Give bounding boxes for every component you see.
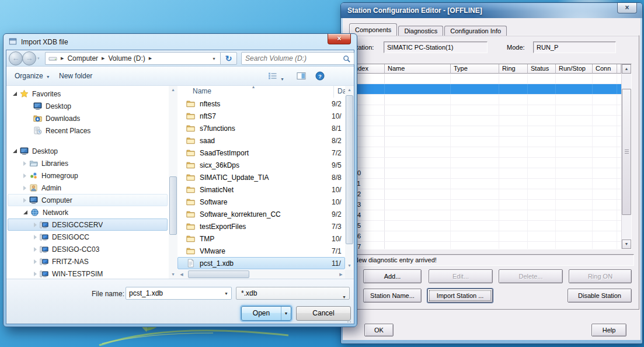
table-row[interactable]: 4 <box>350 105 621 116</box>
views-button[interactable]: ▼ <box>268 71 284 82</box>
organize-button[interactable]: Organize▼ <box>15 72 50 80</box>
sidebar-scrollbar[interactable]: ▲ ▼ <box>169 86 177 279</box>
table-row[interactable]: 14 <box>350 210 621 221</box>
table-row[interactable]: 12 <box>350 189 621 200</box>
chevron-down-icon[interactable]: ▼ <box>224 292 228 296</box>
expanded-expander-icon[interactable] <box>13 149 17 153</box>
table-row[interactable]: 6 <box>350 126 621 137</box>
collapsed-expander-icon[interactable] <box>34 272 37 276</box>
table-row[interactable]: 5 <box>350 116 621 126</box>
sidebar-item-downloads[interactable]: Downloads <box>8 112 168 124</box>
open-button[interactable]: Open ▼ <box>241 306 291 321</box>
file-row-software-korrekturen-cc[interactable]: Software_korrekturen_CC9/2 <box>177 208 345 220</box>
file-row-vmware[interactable]: VMware7/1 <box>177 245 345 257</box>
table-row[interactable]: 11 <box>350 179 621 189</box>
name-column-header[interactable]: Name▴ <box>177 86 334 98</box>
dialog-close-button[interactable]: × <box>328 34 351 44</box>
add-button[interactable]: Add... <box>363 269 422 283</box>
table-row[interactable]: 7 <box>350 137 621 147</box>
file-row-pcst-1-xdb[interactable]: pcst_1.xdb11/ <box>177 257 345 269</box>
table-row[interactable]: 3 <box>350 95 621 105</box>
table-row[interactable]: 1 <box>350 74 621 84</box>
scroll-right-icon[interactable]: ▶ <box>337 270 345 278</box>
table-row[interactable]: 13 <box>350 200 621 210</box>
sidebar-item-desigocc[interactable]: DESIGOCC <box>8 231 168 243</box>
sidebar-item-fritz-nas[interactable]: FRITZ-NAS <box>8 255 168 268</box>
file-row-software[interactable]: Software10/ <box>177 196 345 208</box>
breadcrumb-item-volume-d[interactable]: Volume (D:) <box>108 54 145 63</box>
collapsed-expander-icon[interactable] <box>23 186 26 190</box>
sidebar-scroll-thumb[interactable] <box>169 176 177 235</box>
sidebar-item-desigo-cc03[interactable]: DESIGO-CC03 <box>8 243 168 255</box>
table-row[interactable]: 9 <box>350 158 621 168</box>
help-button[interactable]: Help <box>591 324 626 336</box>
preview-pane-button[interactable] <box>297 71 306 82</box>
column-header-type[interactable]: Type <box>451 64 499 74</box>
file-list-horizontal-scrollbar[interactable]: ◀ ▶ <box>177 270 345 279</box>
import-station-button[interactable]: Import Station ... <box>427 289 493 303</box>
hscroll-thumb[interactable] <box>188 270 249 278</box>
sidebar-item-network[interactable]: Network <box>8 206 168 218</box>
collapsed-expander-icon[interactable] <box>23 173 26 178</box>
forward-button[interactable]: → <box>22 51 36 65</box>
chevron-down-icon[interactable]: ▼ <box>212 57 220 61</box>
sidebar-item-favorites[interactable]: Favorites <box>8 88 168 100</box>
ok-button[interactable]: OK <box>364 324 394 336</box>
table-scroll-thumb[interactable] <box>622 89 631 215</box>
edit-button[interactable]: Edit... <box>429 269 493 283</box>
file-name-input[interactable] <box>129 288 217 299</box>
table-row[interactable]: 8 <box>350 147 621 158</box>
collapsed-expander-icon[interactable] <box>34 259 37 264</box>
column-header-status[interactable]: Status <box>528 64 556 74</box>
sidebar-item-homegroup[interactable]: Homegroup <box>8 169 168 182</box>
collapsed-expander-icon[interactable] <box>34 247 37 252</box>
scroll-down-icon[interactable]: ▼ <box>346 262 353 270</box>
help-button-toolbar[interactable]: ? <box>315 71 325 82</box>
delete-button[interactable]: Delete... <box>499 269 563 283</box>
scroll-left-icon[interactable]: ◀ <box>177 270 186 278</box>
column-header-name[interactable]: Name <box>385 64 451 74</box>
table-vertical-scrollbar[interactable]: ▲ ▼ <box>621 64 631 249</box>
sidebar-item-libraries[interactable]: Libraries <box>8 157 168 169</box>
search-box[interactable] <box>241 52 354 65</box>
file-row-nftests[interactable]: nftests9/2 <box>177 98 345 110</box>
file-row-tmp[interactable]: TMP10/ <box>177 233 345 245</box>
sidebar-item-recent-places[interactable]: Recent Places <box>8 124 168 137</box>
file-list-vertical-scrollbar[interactable]: ▲ ▼ <box>345 86 354 270</box>
file-row-sicx-36kdps[interactable]: sicx_36kDps9/5 <box>177 159 345 171</box>
file-row-testexportfiles[interactable]: testExportFiles7/3 <box>177 220 345 233</box>
scroll-down-icon[interactable]: ▼ <box>622 240 631 249</box>
station-name-button[interactable]: Station Name... <box>363 289 422 303</box>
history-dropdown-icon[interactable]: ▾ <box>37 56 40 61</box>
column-header-run-stop[interactable]: Run/Stop <box>556 64 593 74</box>
file-type-combo[interactable]: *.xdb ▼ <box>236 287 350 300</box>
expanded-expander-icon[interactable] <box>13 92 17 96</box>
breadcrumb[interactable]: ▶Computer▶Volume (D:)▶▼ <box>45 52 220 65</box>
sidebar-item-desktop[interactable]: Desktop <box>8 100 168 112</box>
table-row[interactable]: 15 <box>350 221 621 231</box>
sidebar-item-win-testpsim[interactable]: WIN-TESTPSIM <box>8 268 168 279</box>
cancel-button[interactable]: Cancel <box>296 306 351 321</box>
sidebar-item-computer[interactable]: Computer <box>8 194 168 206</box>
ring-on-button[interactable]: Ring ON <box>569 269 632 283</box>
collapsed-expander-icon[interactable] <box>34 235 37 240</box>
collapsed-expander-icon[interactable] <box>34 223 37 227</box>
tab-configuration-info[interactable]: Configuration Info <box>444 26 507 36</box>
scroll-up-icon[interactable]: ▲ <box>622 64 631 74</box>
station-title-bar[interactable]: Station Configuration Editor - [OFFLINE]… <box>341 3 642 18</box>
file-row-s7functions[interactable]: s7functions8/1 <box>177 122 345 134</box>
disable-station-button[interactable]: Disable Station <box>568 289 632 303</box>
back-button[interactable]: ← <box>9 51 23 65</box>
column-header-ring[interactable]: Ring <box>499 64 528 74</box>
breadcrumb-item-computer[interactable]: Computer <box>67 54 98 63</box>
column-header-conn[interactable]: Conn <box>593 64 617 74</box>
file-row-saadtestimport[interactable]: SaadTestImport7/2 <box>177 147 345 159</box>
search-input[interactable] <box>245 53 344 64</box>
sidebar-item-desktop[interactable]: Desktop <box>8 145 168 157</box>
table-row[interactable]: 10 <box>350 168 621 179</box>
refresh-button[interactable]: ↻ <box>220 52 237 65</box>
collapsed-expander-icon[interactable] <box>23 161 26 166</box>
expanded-expander-icon[interactable] <box>23 210 27 214</box>
resize-grip[interactable] <box>347 317 352 322</box>
scroll-down-icon[interactable]: ▼ <box>169 270 177 279</box>
